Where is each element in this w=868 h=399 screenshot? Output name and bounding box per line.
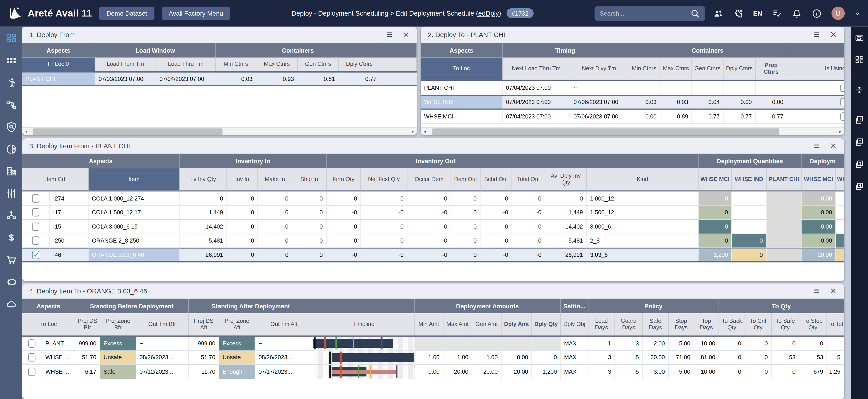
sidebar-item-onboarding[interactable]	[5, 77, 17, 88]
scroll-left-arrow[interactable]: ◂	[22, 127, 30, 135]
col-header-to-safe-qty[interactable]: To Safe Qty	[772, 313, 799, 335]
col-header-max-amt[interactable]: Max Amt	[443, 313, 472, 335]
horizontal-scrollbar[interactable]: ◂▸	[22, 127, 417, 135]
col-header-to-tot-qty[interactable]: To Tot Qty	[827, 313, 844, 335]
collapse-panels-icon[interactable]	[855, 85, 864, 95]
sidebar-item-hierarchy[interactable]	[5, 210, 17, 221]
col-header-out-tm-bfr[interactable]: Out Tm Bfr	[136, 313, 189, 335]
col-header-dply-ctnrs[interactable]: Dply Ctnrs	[723, 58, 756, 80]
col-header-lead-days[interactable]: Lead Days	[588, 313, 615, 335]
info-icon[interactable]	[811, 8, 822, 19]
scroll-right-arrow[interactable]: ▸	[836, 127, 844, 135]
layout-header-icon[interactable]	[855, 33, 864, 43]
col-header-load-thru-tm[interactable]: Load Thru Tm	[156, 58, 216, 71]
col-header-next-load-thru-tm[interactable]: Next Load Thru Tm	[503, 58, 570, 80]
sidebar-item-dashboard[interactable]	[5, 33, 17, 44]
panel-menu-icon[interactable]	[813, 142, 820, 149]
user-avatar[interactable]: U	[831, 6, 845, 20]
col-header-total-out[interactable]: Total Out	[512, 168, 545, 190]
col-header-max-ctnrs[interactable]: Max Ctnrs	[256, 58, 298, 71]
scroll-left-arrow[interactable]: ◂	[421, 127, 428, 135]
search-box[interactable]	[595, 6, 706, 21]
table-row[interactable]: I46ORANGE 3.03_6 4626,991000-0-0-00-0-02…	[22, 248, 844, 262]
col-header-top-days[interactable]: Top Days	[694, 313, 719, 335]
col-header-dply-ctnrs[interactable]: Dply Ctnrs	[339, 58, 380, 71]
sidebar-item-finance[interactable]: $	[5, 232, 17, 243]
col-header-to-loc[interactable]: To Loc	[421, 58, 502, 80]
panel-menu-icon[interactable]	[386, 31, 393, 38]
col-header-net-fcst-qty[interactable]: Net Fcst Qty	[361, 168, 408, 190]
row-checkbox[interactable]	[32, 222, 39, 231]
is-using-checkbox[interactable]	[840, 112, 844, 121]
app-logo[interactable]: Areté Avail 11	[8, 5, 92, 21]
users-icon[interactable]	[713, 8, 724, 19]
scrollbar-thumb[interactable]	[433, 128, 779, 135]
panel-4-view-icon[interactable]: 4	[855, 182, 864, 191]
col-header-inv-in[interactable]: Inv In	[227, 168, 258, 190]
row-checkbox[interactable]	[32, 194, 39, 203]
col-header-load-from-tm[interactable]: Load From Tm	[95, 58, 156, 71]
row-checkbox[interactable]	[32, 208, 39, 217]
col-header-whse-ind[interactable]: WHSE IND	[732, 168, 767, 190]
sidebar-item-facilities[interactable]	[5, 165, 17, 177]
col-header-whse-mci[interactable]: WHSE MCI	[802, 168, 836, 190]
chevron-down-icon[interactable]	[854, 10, 860, 16]
table-row[interactable]: WHSE MCI07/04/2023 07:0007/06/2023 07:00…	[421, 110, 844, 124]
demo-dataset-button[interactable]: Demo Dataset	[99, 6, 154, 20]
panel-close-icon[interactable]	[830, 31, 837, 38]
col-header-kind[interactable]: Kind	[587, 168, 699, 190]
col-header-next-dlvy-tm[interactable]: Next Dlvy Tm	[570, 58, 628, 80]
layout-tiles-icon[interactable]	[855, 55, 864, 65]
col-header-dem-out[interactable]: Dem Out	[451, 168, 480, 190]
panel-close-icon[interactable]	[830, 287, 837, 295]
col-header-dply-qty[interactable]: Dply Qty	[532, 313, 561, 335]
panel-3-view-icon[interactable]: 3	[855, 159, 864, 169]
col-header-min-amt[interactable]: Min Amt	[414, 313, 443, 335]
scrollbar-track[interactable]	[30, 128, 409, 135]
col-header-proj-zone-bfr[interactable]: Proj Zone Bfr	[100, 313, 136, 335]
table-row[interactable]: WHSE ...51.70Unsafe08/26/2023...51.70Uns…	[22, 351, 844, 365]
col-header-to-loc[interactable]: To Loc	[22, 313, 75, 335]
col-header-schd-out[interactable]: Schd Out	[480, 168, 512, 190]
plugins-icon[interactable]	[733, 8, 744, 19]
panel-menu-icon[interactable]	[813, 287, 820, 295]
sidebar-item-applications[interactable]	[5, 55, 17, 66]
col-header-gen-ctnrs[interactable]: Gen Ctnrs	[692, 58, 723, 80]
row-checkbox[interactable]	[28, 353, 35, 362]
sidebar-item-planning-cycles[interactable]	[5, 276, 17, 288]
col-header-to-crit-qty[interactable]: To Crit Qty	[745, 313, 772, 335]
col-header-ship-in[interactable]: Ship In	[292, 168, 327, 190]
col-header-dply-obj[interactable]: Dply Obj	[561, 313, 588, 335]
table-row[interactable]: I274COLA 1.000_12 2740000-0-0-00-0-001.0…	[22, 191, 844, 206]
col-header-guard-days[interactable]: Guard Days	[615, 313, 643, 335]
search-input[interactable]	[600, 10, 690, 17]
col-header-proj-ds-bfr[interactable]: Proj DS Bfr	[75, 313, 100, 335]
breadcrumb-link[interactable]: edDply	[478, 9, 499, 17]
col-header-to-stop-qty[interactable]: To Stop Qty	[799, 313, 827, 335]
panel-2-view-icon[interactable]: 2	[855, 137, 864, 147]
table-row[interactable]: PLANT...999.00Excess~999.00Excess~MAX132…	[22, 337, 844, 351]
sidebar-item-procurement[interactable]	[5, 254, 17, 266]
panel-menu-icon[interactable]	[813, 31, 820, 38]
avail-factory-menu-button[interactable]: Avail Factory Menu	[162, 6, 230, 20]
col-header-make-in[interactable]: Make In	[258, 168, 292, 190]
table-row[interactable]: PLANT CHI07/03/2023 07:0007/04/2023 07:0…	[22, 72, 417, 86]
col-header-min-ctnrs[interactable]: Min Ctnrs	[216, 58, 256, 71]
col-header-proj-ds-aft[interactable]: Proj DS Aft	[189, 313, 219, 335]
col-header-occur-dem[interactable]: Occur Dem	[407, 168, 451, 190]
language-selector[interactable]: EN	[753, 10, 763, 17]
col-header-item-cd[interactable]: Item Cd	[22, 168, 89, 190]
notifications-icon[interactable]	[792, 8, 802, 19]
table-row[interactable]: WHSE ...6.17Safe07/12/2023...11.70Enough…	[22, 365, 844, 379]
panel-close-icon[interactable]	[830, 142, 837, 149]
col-header-avl-dply-inv-qty[interactable]: Avl Dply Inv Qty	[545, 168, 587, 190]
tasks-icon[interactable]	[772, 8, 782, 19]
is-using-checkbox[interactable]	[840, 98, 844, 106]
col-header-min-ctnrs[interactable]: Min Ctnrs	[628, 58, 660, 80]
col-header-lv-inv-qty[interactable]: Lv Inv Qty	[180, 168, 227, 190]
col-header-dply-amt[interactable]: Dply Amt	[502, 313, 532, 335]
horizontal-scrollbar[interactable]: ◂▸	[421, 127, 844, 135]
sidebar-item-data-quality[interactable]	[5, 121, 17, 133]
sidebar-item-workflow[interactable]	[5, 99, 17, 111]
col-header-proj-zone-aft[interactable]: Proj Zone Aft	[219, 313, 255, 335]
